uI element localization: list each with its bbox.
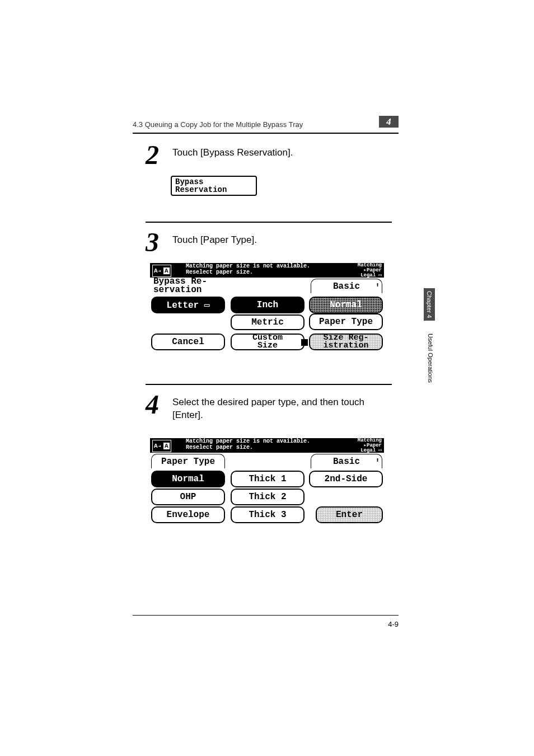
arrow-right-icon: ➔ — [158, 268, 161, 274]
basic-tab-label: Basic — [333, 281, 360, 292]
page-number: 4-9 — [388, 620, 399, 628]
side-chapter: Chapter 4 — [424, 288, 435, 321]
indicator-icon — [301, 339, 308, 346]
footer-rule — [133, 615, 399, 616]
up-arrow-icon: ⬆ — [376, 456, 380, 464]
chapter-chip: 4 — [379, 116, 399, 128]
lcd-b-msg-line2: Reselect paper size. — [186, 444, 310, 450]
thick1-label: Thick 1 — [249, 474, 286, 484]
second-side-button[interactable]: 2nd-Side — [309, 471, 383, 487]
custom-line2: Size — [252, 342, 283, 350]
letter-button[interactable]: Letter ▭ — [151, 297, 225, 313]
basic-tab[interactable]: Basic ⬆ — [311, 279, 382, 293]
step-3-rule — [146, 222, 392, 223]
paper-type-button[interactable]: Paper Type — [309, 313, 383, 330]
step-2-text: Touch [Bypass Reservation]. — [172, 146, 396, 159]
enter-label: Enter — [336, 510, 363, 520]
section-header: 4.3 Queuing a Copy Job for the Multiple … — [133, 120, 303, 129]
enter-button[interactable]: Enter — [316, 506, 383, 523]
side-tab: Chapter 4 Useful Operations — [424, 288, 435, 367]
second-side-label: 2nd-Side — [325, 474, 368, 484]
paper-type-title-label: Paper Type — [161, 457, 215, 467]
cancel-label: Cancel — [172, 337, 204, 347]
envelope-label: Envelope — [167, 510, 210, 520]
lcd-b-icon-left: A — [154, 443, 158, 449]
lcd-b-copy-icon: A ➔ A — [152, 440, 171, 452]
envelope-button[interactable]: Envelope — [151, 506, 225, 523]
custom-size-label: Custom Size — [252, 334, 283, 350]
thick3-label: Thick 3 — [249, 510, 286, 520]
thick1-button[interactable]: Thick 1 — [231, 471, 305, 487]
lcd-b-topbar: A ➔ A Matching paper size is not availab… — [150, 438, 384, 453]
thick3-button[interactable]: Thick 3 — [231, 506, 305, 523]
lcd-a-message: Matching paper size is not available. Re… — [186, 263, 310, 275]
header-rule — [133, 133, 399, 134]
normal-b-label: Normal — [172, 474, 204, 484]
lcd-panel-b: A ➔ A Matching paper size is not availab… — [150, 438, 384, 527]
ohp-label: OHP — [180, 492, 196, 502]
metric-button[interactable]: Metric — [231, 314, 305, 330]
lcd-b-status-right: Matching ▸Paper Legal ▭ — [358, 438, 382, 453]
inch-button[interactable]: Inch — [231, 297, 305, 313]
bypass-btn-line1: Bypass — [175, 178, 252, 186]
step-4-number: 4 — [146, 389, 159, 420]
size-registration-button[interactable]: Size Reg- istration — [309, 334, 383, 350]
lcd-a-screen-title: Bypass Re- servation — [153, 278, 207, 294]
arrow-right-icon: ➔ — [158, 443, 161, 449]
basic-tab-b[interactable]: Basic ⬆ — [311, 454, 382, 468]
lcd-a-icon-right: A — [163, 267, 170, 274]
inch-label: Inch — [257, 300, 278, 310]
size-reg-label: Size Reg- istration — [323, 334, 368, 350]
basic-tab-b-label: Basic — [333, 457, 360, 467]
step-3-number: 3 — [146, 227, 159, 257]
step-4-text: Select the desired paper type, and then … — [172, 396, 396, 421]
paper-type-label: Paper Type — [319, 317, 373, 327]
paper-type-title: Paper Type — [151, 454, 225, 468]
sizereg-line2: istration — [323, 342, 368, 350]
step-4-rule — [146, 384, 392, 385]
lcd-b-message: Matching paper size is not available. Re… — [186, 438, 310, 450]
thick2-label: Thick 2 — [249, 492, 286, 502]
lcd-a-copy-icon: A ➔ A — [152, 265, 171, 277]
lcd-a-topbar: A ➔ A Matching paper size is not availab… — [150, 263, 384, 278]
normal-label: Normal — [330, 300, 362, 310]
normal-button-b[interactable]: Normal — [151, 471, 225, 487]
ohp-button[interactable]: OHP — [151, 489, 225, 505]
bypass-reservation-button[interactable]: Bypass Reservation — [171, 176, 257, 196]
step-2-number: 2 — [146, 139, 159, 170]
lcd-b-icon-right: A — [163, 443, 170, 449]
cancel-button[interactable]: Cancel — [151, 334, 225, 350]
custom-size-button[interactable]: Custom Size — [231, 334, 305, 350]
normal-button[interactable]: Normal — [309, 297, 383, 313]
lcd-panel-a: A ➔ A Matching paper size is not availab… — [150, 263, 384, 351]
up-arrow-icon: ⬆ — [376, 281, 380, 289]
lcd-a-title-line2: servation — [153, 286, 207, 294]
thick2-button[interactable]: Thick 2 — [231, 489, 305, 505]
bypass-btn-line2: Reservation — [175, 186, 252, 194]
lcd-a-status-right: Matching ▸Paper Legal ▭ — [358, 263, 382, 278]
side-label: Useful Operations — [427, 327, 434, 389]
letter-label: Letter ▭ — [167, 299, 210, 311]
lcd-a-msg-line2: Reselect paper size. — [186, 269, 310, 275]
lcd-a-msg-line1: Matching paper size is not available. — [186, 263, 310, 269]
lcd-b-msg-line1: Matching paper size is not available. — [186, 438, 310, 444]
metric-label: Metric — [251, 317, 284, 327]
lcd-a-icon-left: A — [154, 267, 158, 274]
step-3-text: Touch [Paper Type]. — [172, 233, 396, 246]
